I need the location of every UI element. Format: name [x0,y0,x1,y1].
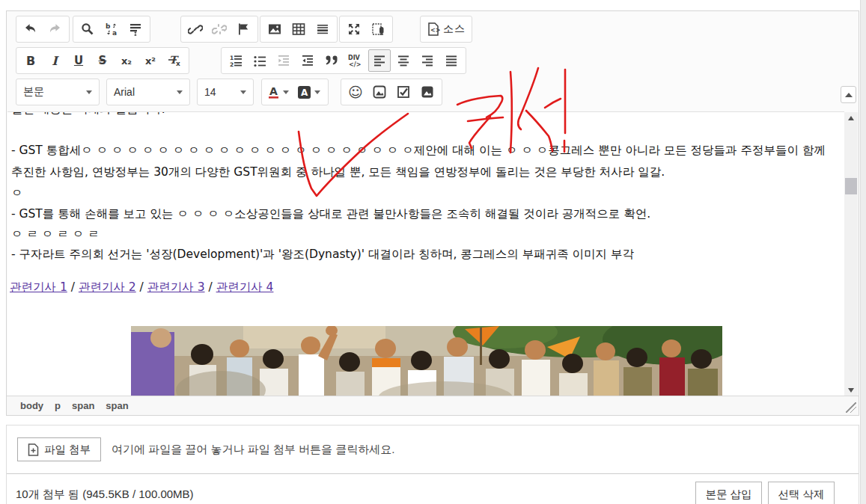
toolbar-group-colors: A A [261,79,329,105]
checkbox-icon[interactable] [392,81,415,103]
svg-text:b: b [106,22,111,30]
insert-to-body-button[interactable]: 본문 삽입 [695,482,762,504]
background-color-icon[interactable]: A [295,81,325,103]
svg-text:2: 2 [230,61,234,68]
chevron-up-icon [845,93,853,97]
related-article-link-2[interactable]: 관련기사 2 [79,280,136,294]
editor-content-area[interactable]: 발언 내용은 아래와 같습니다.ㅇ ㅇ ㅇ ㅇ ㅇ ㅇ ㅇ ㅇ - GST 통합… [7,111,844,396]
svg-text:a: a [112,29,117,37]
maximize-icon[interactable] [343,18,365,40]
chevron-down-icon [86,90,92,94]
content-line: ㅇ [11,185,23,200]
remove-format-icon[interactable]: Tx [163,49,186,72]
related-article-link-3[interactable]: 관련기사 3 [147,280,205,294]
underline-icon[interactable]: U [67,49,90,72]
toolbar-group-view [339,16,393,43]
content-line: 추진한 사항임, 연방정부는 30개의 다양한 GST위원회 중 하나일 뿐, … [11,165,665,179]
select-all-icon[interactable] [124,18,147,40]
unlink-icon[interactable] [208,18,231,40]
show-blocks-icon[interactable] [367,18,389,40]
div-container-icon[interactable]: DIV</> [344,49,367,72]
arrow-down-icon [848,388,854,393]
file-plus-icon [28,443,39,456]
attachment-hint-text: 여기에 파일을 끌어 놓거나 파일 첨부 버튼을 클릭하세요. [112,443,394,457]
editor-toolbar: ba [7,11,859,111]
page-scrollbar-strip[interactable] [860,0,866,504]
element-path-bar: body p span span [7,396,859,415]
italic-icon[interactable]: I [43,49,66,72]
element-path-p[interactable]: p [55,400,61,411]
attachment-status-bar: 10개 첨부 됨 (945.5KB / 100.00MB) 본문 삽입 선택 삭… [7,473,859,504]
chevron-down-icon [240,90,246,94]
anchor-flag-icon[interactable] [232,18,254,40]
content-line: 발언 내용은 아래와 같습니다.ㅇ ㅇ ㅇ ㅇ ㅇ ㅇ ㅇ ㅇ [11,111,284,117]
element-path-span2[interactable]: span [106,400,128,411]
content-scrollbar[interactable] [844,112,858,396]
bold-icon[interactable]: B [19,49,42,72]
attach-file-button-label: 파일 첨부 [44,443,91,457]
delete-selected-button[interactable]: 선택 삭제 [768,482,835,504]
content-line: ㅇ ㄹ ㅇ ㄹ ㅇ ㄹ [11,227,100,242]
related-links: 관련기사 1 / 관련기사 2 / 관련기사 3 / 관련기사 4 [10,280,273,295]
horizontal-line-icon[interactable] [311,18,334,40]
redo-icon[interactable] [43,18,66,40]
replace-icon[interactable]: ba [100,18,123,40]
text-color-icon[interactable]: A [265,81,293,103]
element-path-span1[interactable]: span [72,400,94,411]
source-button[interactable]: <> 소스 [424,18,469,40]
font-value: Arial [114,86,135,98]
page: ba [0,0,866,504]
align-right-icon[interactable] [416,49,439,72]
subscript-icon[interactable]: x₂ [115,49,138,72]
scrollbar-thumb[interactable] [845,178,857,194]
strikethrough-icon[interactable]: S [91,49,114,72]
element-path-body[interactable]: body [20,400,43,411]
superscript-icon[interactable]: x² [139,49,162,72]
article-photo[interactable] [131,326,722,396]
collapse-toolbar-button[interactable] [841,86,856,103]
source-button-label: 소스 [443,22,466,36]
paragraph-format-select[interactable]: 본문 [16,79,100,105]
toolbar-group-history [16,16,70,43]
photo-icon[interactable] [368,81,391,103]
undo-icon[interactable] [19,18,42,40]
content-line: - GST 통합세ㅇ ㅇ ㅇ ㅇ ㅇ ㅇ ㅇ ㅇ ㅇ ㅇ ㅇ ㅇ ㅇ ㅇ ㅇ ㅇ… [11,143,826,158]
toolbar-group-links [180,16,258,43]
paragraph-format-value: 본문 [23,85,44,99]
link-icon[interactable] [184,18,207,40]
svg-text:x: x [176,60,180,67]
svg-text:<>: <> [430,27,440,34]
align-left-icon[interactable] [368,49,391,72]
attachment-panel: 파일 첨부 여기에 파일을 끌어 놓거나 파일 첨부 버튼을 클릭하세요. 10… [6,425,859,504]
content-line: - 구자라트 주의회 선거는 '성장(Development)'과 '왕조(Dy… [11,247,634,262]
numbered-list-icon[interactable]: 12 [225,49,247,72]
attachment-dropzone[interactable]: 파일 첨부 여기에 파일을 끌어 놓거나 파일 첨부 버튼을 클릭하세요. [7,425,859,473]
scroll-up-button[interactable] [844,112,858,124]
toolbar-group-basicstyles: B I U S x₂ x² Tx [16,47,189,74]
scroll-down-button[interactable] [844,384,858,396]
font-select[interactable]: Arial [106,79,190,105]
svg-text:</>: </> [349,61,361,68]
attachment-status-text: 10개 첨부 됨 (945.5KB / 100.00MB) [16,488,194,502]
font-size-select[interactable]: 14 [197,79,254,105]
smiley-icon[interactable]: ☺ [344,81,367,103]
chevron-down-icon [177,90,183,94]
table-icon[interactable] [287,18,310,40]
bulleted-list-icon[interactable] [248,49,271,72]
attach-file-button[interactable]: 파일 첨부 [17,437,101,461]
outdent-icon[interactable] [272,49,295,72]
align-center-icon[interactable] [392,49,415,72]
image-icon[interactable] [263,18,286,40]
photo-dark-icon[interactable] [416,81,439,103]
related-article-link-1[interactable]: 관련기사 1 [10,280,67,294]
find-icon[interactable] [76,18,99,40]
blockquote-icon[interactable] [320,49,343,72]
font-size-value: 14 [204,86,216,98]
svg-text:A: A [301,87,308,98]
svg-text:A: A [269,85,278,97]
related-article-link-4[interactable]: 관련기사 4 [216,280,274,294]
resize-grip[interactable] [846,402,856,413]
indent-icon[interactable] [296,49,319,72]
align-justify-icon[interactable] [440,49,463,72]
svg-text:1: 1 [230,55,234,61]
